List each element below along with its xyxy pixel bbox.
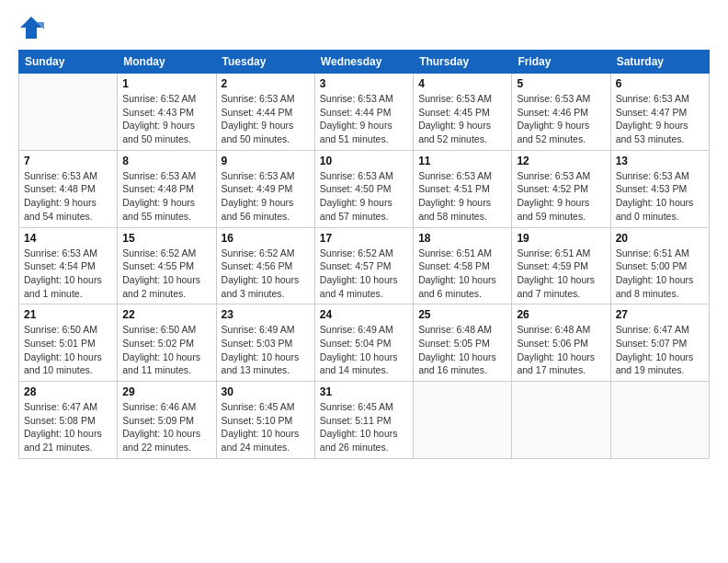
calendar-cell: 16Sunrise: 6:52 AM Sunset: 4:56 PM Dayli… [216,227,314,304]
day-number: 8 [122,155,210,167]
week-row-1: 1Sunrise: 6:52 AM Sunset: 4:43 PM Daylig… [19,74,710,151]
calendar-cell [414,382,512,459]
calendar-table: SundayMondayTuesdayWednesdayThursdayFrid… [18,50,710,459]
calendar-cell: 13Sunrise: 6:53 AM Sunset: 4:53 PM Dayli… [610,150,709,227]
header [18,15,710,40]
calendar-cell: 28Sunrise: 6:47 AM Sunset: 5:08 PM Dayli… [19,382,118,459]
weekday-header-row: SundayMondayTuesdayWednesdayThursdayFrid… [19,51,710,74]
day-info: Sunrise: 6:53 AM Sunset: 4:44 PM Dayligh… [222,92,310,146]
calendar-cell [19,74,118,151]
calendar-cell: 4Sunrise: 6:53 AM Sunset: 4:45 PM Daylig… [414,74,512,151]
page: SundayMondayTuesdayWednesdayThursdayFrid… [0,0,728,563]
day-number: 3 [320,77,408,90]
day-info: Sunrise: 6:52 AM Sunset: 4:56 PM Dayligh… [222,247,310,301]
day-number: 26 [517,308,605,321]
day-info: Sunrise: 6:45 AM Sunset: 5:10 PM Dayligh… [222,400,310,454]
day-number: 16 [222,232,310,245]
week-row-3: 14Sunrise: 6:53 AM Sunset: 4:54 PM Dayli… [19,227,710,304]
day-info: Sunrise: 6:51 AM Sunset: 4:59 PM Dayligh… [517,247,605,301]
calendar-cell: 3Sunrise: 6:53 AM Sunset: 4:44 PM Daylig… [314,74,413,151]
day-number: 25 [418,308,506,321]
weekday-header-saturday: Saturday [610,51,709,74]
calendar-cell: 1Sunrise: 6:52 AM Sunset: 4:43 PM Daylig… [118,74,216,151]
day-number: 7 [24,155,112,167]
day-info: Sunrise: 6:53 AM Sunset: 4:54 PM Dayligh… [24,247,112,301]
day-info: Sunrise: 6:52 AM Sunset: 4:55 PM Dayligh… [122,247,210,301]
day-info: Sunrise: 6:53 AM Sunset: 4:50 PM Dayligh… [320,169,408,224]
day-info: Sunrise: 6:53 AM Sunset: 4:52 PM Dayligh… [517,169,605,224]
day-info: Sunrise: 6:52 AM Sunset: 4:43 PM Dayligh… [122,92,210,146]
week-row-4: 21Sunrise: 6:50 AM Sunset: 5:01 PM Dayli… [19,304,710,382]
day-info: Sunrise: 6:48 AM Sunset: 5:05 PM Dayligh… [418,323,506,377]
day-number: 24 [320,308,408,321]
calendar-cell: 17Sunrise: 6:52 AM Sunset: 4:57 PM Dayli… [314,227,413,304]
calendar-cell [512,382,610,459]
day-info: Sunrise: 6:53 AM Sunset: 4:49 PM Dayligh… [222,169,310,224]
logo-icon [18,15,44,40]
day-number: 14 [24,232,112,245]
day-info: Sunrise: 6:53 AM Sunset: 4:51 PM Dayligh… [418,169,506,224]
day-info: Sunrise: 6:53 AM Sunset: 4:44 PM Dayligh… [320,92,408,146]
day-info: Sunrise: 6:52 AM Sunset: 4:57 PM Dayligh… [320,247,408,301]
calendar-cell: 19Sunrise: 6:51 AM Sunset: 4:59 PM Dayli… [512,227,610,304]
day-info: Sunrise: 6:50 AM Sunset: 5:02 PM Dayligh… [122,323,210,377]
day-info: Sunrise: 6:51 AM Sunset: 4:58 PM Dayligh… [418,247,506,301]
day-number: 11 [418,155,506,167]
weekday-header-friday: Friday [512,51,610,74]
calendar-cell: 5Sunrise: 6:53 AM Sunset: 4:46 PM Daylig… [512,74,610,151]
day-number: 20 [616,232,704,245]
week-row-5: 28Sunrise: 6:47 AM Sunset: 5:08 PM Dayli… [19,382,710,459]
day-number: 23 [222,308,310,321]
calendar-cell: 29Sunrise: 6:46 AM Sunset: 5:09 PM Dayli… [118,382,216,459]
day-info: Sunrise: 6:45 AM Sunset: 5:11 PM Dayligh… [320,400,408,454]
weekday-header-thursday: Thursday [414,51,512,74]
calendar-cell: 27Sunrise: 6:47 AM Sunset: 5:07 PM Dayli… [610,304,709,382]
weekday-header-wednesday: Wednesday [314,51,413,74]
calendar-cell: 30Sunrise: 6:45 AM Sunset: 5:10 PM Dayli… [216,382,314,459]
day-number: 31 [320,385,408,398]
day-number: 4 [418,77,506,90]
calendar-cell: 20Sunrise: 6:51 AM Sunset: 5:00 PM Dayli… [610,227,709,304]
day-number: 10 [320,155,408,167]
day-number: 17 [320,232,408,245]
day-info: Sunrise: 6:50 AM Sunset: 5:01 PM Dayligh… [24,323,112,377]
calendar-cell: 21Sunrise: 6:50 AM Sunset: 5:01 PM Dayli… [19,304,118,382]
day-number: 30 [222,385,310,398]
week-row-2: 7Sunrise: 6:53 AM Sunset: 4:48 PM Daylig… [19,150,710,227]
day-number: 2 [222,77,310,90]
calendar-cell: 2Sunrise: 6:53 AM Sunset: 4:44 PM Daylig… [216,74,314,151]
calendar-cell: 15Sunrise: 6:52 AM Sunset: 4:55 PM Dayli… [118,227,216,304]
day-info: Sunrise: 6:51 AM Sunset: 5:00 PM Dayligh… [616,247,704,301]
calendar-cell: 23Sunrise: 6:49 AM Sunset: 5:03 PM Dayli… [216,304,314,382]
day-number: 29 [122,385,210,398]
day-info: Sunrise: 6:46 AM Sunset: 5:09 PM Dayligh… [122,400,210,454]
day-number: 13 [616,155,704,167]
day-info: Sunrise: 6:47 AM Sunset: 5:08 PM Dayligh… [24,400,112,454]
calendar-cell: 26Sunrise: 6:48 AM Sunset: 5:06 PM Dayli… [512,304,610,382]
calendar-cell: 11Sunrise: 6:53 AM Sunset: 4:51 PM Dayli… [414,150,512,227]
day-info: Sunrise: 6:53 AM Sunset: 4:48 PM Dayligh… [122,169,210,224]
weekday-header-sunday: Sunday [19,51,118,74]
day-number: 19 [517,232,605,245]
calendar-cell: 14Sunrise: 6:53 AM Sunset: 4:54 PM Dayli… [19,227,118,304]
day-info: Sunrise: 6:47 AM Sunset: 5:07 PM Dayligh… [616,323,704,377]
calendar-cell: 6Sunrise: 6:53 AM Sunset: 4:47 PM Daylig… [610,74,709,151]
day-info: Sunrise: 6:48 AM Sunset: 5:06 PM Dayligh… [517,323,605,377]
day-info: Sunrise: 6:53 AM Sunset: 4:45 PM Dayligh… [418,92,506,146]
calendar-cell: 12Sunrise: 6:53 AM Sunset: 4:52 PM Dayli… [512,150,610,227]
day-info: Sunrise: 6:49 AM Sunset: 5:03 PM Dayligh… [222,323,310,377]
weekday-header-tuesday: Tuesday [216,51,314,74]
calendar-cell: 31Sunrise: 6:45 AM Sunset: 5:11 PM Dayli… [314,382,413,459]
day-number: 1 [122,77,210,90]
day-info: Sunrise: 6:49 AM Sunset: 5:04 PM Dayligh… [320,323,408,377]
day-info: Sunrise: 6:53 AM Sunset: 4:46 PM Dayligh… [517,92,605,146]
calendar-cell: 22Sunrise: 6:50 AM Sunset: 5:02 PM Dayli… [118,304,216,382]
svg-marker-0 [20,17,42,39]
day-number: 5 [517,77,605,90]
day-number: 12 [517,155,605,167]
day-number: 6 [616,77,704,90]
calendar-cell: 24Sunrise: 6:49 AM Sunset: 5:04 PM Dayli… [314,304,413,382]
calendar-cell: 7Sunrise: 6:53 AM Sunset: 4:48 PM Daylig… [19,150,118,227]
calendar-cell: 18Sunrise: 6:51 AM Sunset: 4:58 PM Dayli… [414,227,512,304]
day-number: 28 [24,385,112,398]
